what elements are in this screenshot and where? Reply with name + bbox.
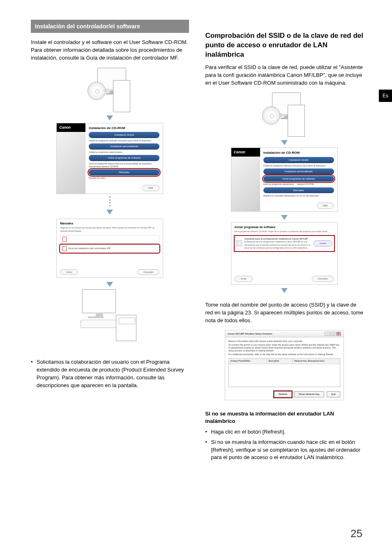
manuals-button[interactable]: Manuales (89, 169, 159, 175)
section-header: Instalación del controlador/el software (31, 20, 189, 33)
start-programs-desc: Inicia programas desde el CD-ROM. Haga c… (235, 230, 334, 233)
col-encryption: Encryption (267, 359, 293, 364)
cancel-button[interactable]: Cancelar (137, 269, 159, 275)
col-network-key: Network Key (Encryption Key) (293, 359, 340, 364)
wassist-p2: To connect the printer to your access po… (228, 344, 340, 352)
right-figure-stack: Canon Instalación de CD-ROM Instalación … (205, 92, 364, 295)
manuals-desc: Muestra los manu… (89, 177, 159, 180)
arrow-down-icon (106, 115, 113, 120)
custom-install-button[interactable]: Instalación personalizada (263, 169, 334, 175)
manuals-panel-desc: Haga clic en el nombre del manual que de… (60, 226, 159, 233)
back-button[interactable]: Atrás (60, 269, 78, 275)
exit-button[interactable]: Salir (142, 185, 159, 191)
wireless-setup-assistant-window: Canon MF/LBP Wireless Setup Assistant – … (225, 330, 344, 400)
dotted-arrow-icon (106, 196, 113, 217)
right-column: Comprobación del SSID o de la clave de r… (205, 20, 364, 464)
insert-arrow-icon (280, 113, 288, 117)
easy-install-button[interactable]: Instalación simple (263, 157, 334, 163)
language-tab: Es (379, 90, 392, 102)
iniciar-button[interactable]: Iniciar (314, 240, 332, 247)
manual-item-label: Guía de instalación del controlador MF (68, 247, 111, 250)
window-titlebar: Canon MF/LBP Wireless Setup Assistant – … (225, 330, 344, 337)
manuals-button[interactable]: Manuales (263, 187, 334, 194)
manuals-panel-title: Manuales (60, 222, 159, 226)
monitor-icon (82, 289, 116, 313)
right-heading: Comprobación del SSID o de la clave de r… (205, 31, 364, 60)
canon-logo: Canon (231, 148, 260, 157)
start-software-button[interactable]: Iniciar programas de software (263, 176, 334, 182)
insert-arrow-icon (106, 88, 114, 92)
arrow-down-icon (281, 215, 288, 220)
manual-item-label (68, 237, 69, 241)
bullet-refresh: Haga clic en el botón [Refresh]. (205, 428, 364, 436)
installer-main: Instalación de CD-ROM Instalación simple… (85, 123, 163, 194)
wassist-p1: Below is information about the access po… (228, 340, 340, 343)
installer-sidebar: Canon (231, 148, 260, 211)
maximize-icon[interactable]: □ (330, 332, 335, 336)
no-router-info-heading: Si no se muestra la información del enru… (205, 410, 364, 425)
wassist-p3: For additional assistance, refer to the … (228, 353, 340, 356)
monitor-stand-icon (88, 316, 104, 318)
installer-title: Instalación de CD-ROM (89, 126, 159, 131)
pdf-icon (62, 237, 67, 242)
table-header: Access Point(SSID) Encryption Network Ke… (229, 359, 340, 364)
bullet-check-settings: Si no se muestra la información cuando h… (205, 439, 364, 462)
program-icon (236, 240, 242, 246)
wireless-assistant-text: Asistente para la configuración inalámbr… (244, 238, 311, 250)
note-ssid: Tome nota del nombre del punto de acceso… (205, 301, 364, 325)
arrow-down-icon (106, 282, 113, 287)
installer-main: Instalación de CD-ROM Instalación simple… (260, 148, 337, 211)
arrow-down-icon (281, 140, 288, 145)
tower-icon (113, 80, 130, 112)
wireless-assistant-desc: El Asistente para la configuración inalá… (244, 240, 311, 249)
computer-disc-illustration (85, 68, 134, 113)
installer-sidebar: Canon (57, 123, 85, 194)
minimize-icon[interactable]: – (325, 332, 330, 336)
manuals-panel: Manuales Haga clic en el nombre del manu… (56, 219, 163, 278)
custom-install-button[interactable]: Instalación personalizada (89, 143, 159, 150)
cancel-button[interactable]: Cancelar (312, 276, 334, 282)
quit-button[interactable]: Quit (327, 391, 340, 397)
computer-printer-illustration (79, 289, 141, 351)
easy-install-button[interactable]: Instalación simple (89, 132, 159, 138)
window-title: Canon MF/LBP Wireless Setup Assistant (228, 332, 272, 336)
close-icon[interactable]: × (336, 332, 341, 336)
back-button[interactable]: Atrás (235, 276, 253, 282)
page-root: Instalación del controlador/el software … (0, 0, 392, 480)
show-network-key-button[interactable]: Show Network Key (294, 391, 324, 397)
left-figure-stack: Canon Instalación de CD-ROM Instalación … (31, 68, 189, 351)
canon-logo: Canon (57, 123, 85, 132)
arrow-down-icon (281, 288, 288, 293)
start-programs-panel: Iniciar programas de software Inicia pro… (231, 222, 338, 285)
start-software-button[interactable]: Iniciar programas de software (89, 155, 159, 161)
col-ssid: Access Point(SSID) (229, 359, 267, 364)
wireless-assist-figure: Canon MF/LBP Wireless Setup Assistant – … (205, 330, 364, 400)
refresh-button[interactable]: Refresh (274, 391, 292, 397)
printer-icon (116, 315, 136, 341)
survey-program-note: Solicitamos la colaboración del usuario … (31, 358, 189, 389)
start-software-desc: Inicia los programas relacionados con la… (89, 162, 159, 169)
no-router-info-list: Haga clic en el botón [Refresh]. Si no s… (205, 428, 364, 462)
page-number: 25 (350, 527, 362, 540)
wassist-footer: Refresh Show Network Key Quit (225, 390, 344, 400)
cdrom-installer-window: Canon Instalación de CD-ROM Instalación … (56, 123, 163, 194)
easy-install-desc: Instala los programas estándar necesario… (89, 139, 159, 142)
exit-button[interactable]: Salir (317, 203, 334, 209)
left-intro: Instale el controlador y el software con… (31, 39, 189, 62)
window-buttons: – □ × (325, 332, 341, 336)
left-footnote-list: Solicitamos la colaboración del usuario … (31, 358, 189, 389)
right-intro: Para verificar el SSID o la clave de red… (205, 64, 364, 87)
manuals-desc: Muestra los manuales relacionados con el… (263, 194, 334, 197)
manual-item-mf-driver-guide[interactable]: Guía de instalación del controlador MF (60, 245, 159, 253)
keyboard-icon (81, 320, 118, 328)
wassist-body: Below is information about the access po… (225, 337, 344, 389)
left-column: Instalación del controlador/el software … (31, 20, 189, 464)
wireless-assistant-title: Asistente para la configuración inalámbr… (244, 238, 311, 241)
installer-image (231, 157, 260, 211)
pdf-icon (62, 246, 67, 251)
easy-install-desc: Instala los programas estándar necesario… (263, 164, 334, 167)
manual-item-placeholder[interactable] (60, 235, 159, 243)
start-programs-title: Iniciar programas de software (235, 225, 334, 229)
tower-icon (288, 105, 305, 137)
installer-title: Instalación de CD-ROM (263, 150, 334, 155)
